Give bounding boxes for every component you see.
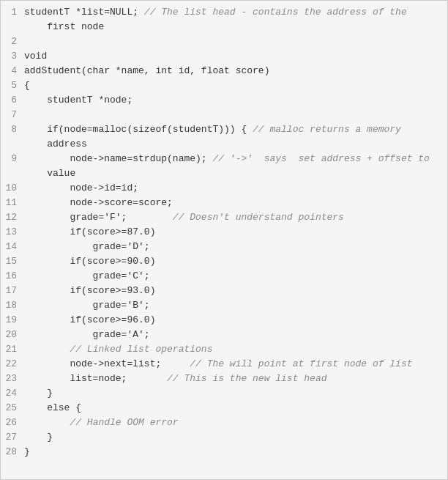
line-number: 4 — [4, 64, 24, 78]
code-line: 21 // Linked list operations — [1, 342, 447, 357]
line-content: // Linked list operations — [24, 342, 444, 357]
code-line: 24 } — [1, 386, 447, 401]
line-content: if(score>=93.0) — [24, 284, 444, 298]
code-line: 17 if(score>=93.0) — [1, 284, 447, 298]
code-line: 4addStudent(char *name, int id, float sc… — [1, 64, 447, 78]
code-line: 11 node->score=score; — [1, 196, 447, 210]
line-number: 7 — [4, 108, 24, 122]
line-content: if(score>=96.0) — [24, 313, 444, 328]
line-content: grade='A'; — [24, 328, 444, 342]
line-content: // Handle OOM error — [24, 416, 444, 430]
code-comment: // The list head - contains the address … — [144, 7, 407, 18]
code-comment: // This is the new list head — [167, 373, 326, 384]
line-content: else { — [24, 401, 444, 416]
line-number: 21 — [4, 342, 24, 357]
line-content: first node — [24, 20, 444, 34]
code-line: 10 node->id=id; — [1, 181, 447, 196]
code-line: 8 if(node=malloc(sizeof(studentT))) { //… — [1, 122, 447, 137]
code-line: value — [1, 166, 447, 181]
line-number: 28 — [4, 445, 24, 459]
code-text — [24, 344, 70, 355]
code-comment: // Handle OOM error — [70, 417, 178, 428]
line-number: 12 — [4, 210, 24, 225]
code-line: 14 grade='D'; — [1, 240, 447, 254]
line-number: 22 — [4, 357, 24, 372]
line-number: 3 — [4, 49, 24, 64]
line-number: 18 — [4, 298, 24, 313]
code-line: 28} — [1, 445, 447, 459]
line-content: grade='C'; — [24, 269, 444, 284]
code-line: 19 if(score>=96.0) — [1, 313, 447, 328]
line-number: 16 — [4, 269, 24, 284]
code-text: if(node=malloc(sizeof(studentT))) { — [24, 124, 253, 135]
code-line: first node — [1, 20, 447, 34]
line-number: 20 — [4, 328, 24, 342]
line-content: if(score>=90.0) — [24, 254, 444, 269]
code-line: address — [1, 137, 447, 152]
code-comment: // '->' says set address + offset to — [212, 153, 429, 164]
line-content: node->name=strdup(name); // '->' says se… — [24, 152, 444, 166]
line-number: 14 — [4, 240, 24, 254]
code-text: grade='F'; — [24, 212, 173, 223]
line-number: 1 — [4, 5, 24, 20]
line-content: node->score=score; — [24, 196, 444, 210]
line-content: } — [24, 445, 444, 459]
code-line: 27 } — [1, 430, 447, 445]
line-content: grade='B'; — [24, 298, 444, 313]
code-line: 12 grade='F'; // Doesn't understand poin… — [1, 210, 447, 225]
line-content: } — [24, 430, 444, 445]
code-text: list=node; — [24, 373, 167, 384]
line-number: 9 — [4, 152, 24, 166]
line-content: studentT *node; — [24, 93, 444, 108]
line-content: } — [24, 386, 444, 401]
line-content: studentT *list=NULL; // The list head - … — [24, 5, 444, 20]
code-line: 1studentT *list=NULL; // The list head -… — [1, 5, 447, 20]
code-line: 25 else { — [1, 401, 447, 416]
code-line: 6 studentT *node; — [1, 93, 447, 108]
line-content: addStudent(char *name, int id, float sco… — [24, 64, 444, 78]
line-content: grade='D'; — [24, 240, 444, 254]
code-text — [24, 417, 70, 428]
code-line: 23 list=node; // This is the new list he… — [1, 372, 447, 386]
code-line: 20 grade='A'; — [1, 328, 447, 342]
line-content: node->id=id; — [24, 181, 444, 196]
line-content: if(node=malloc(sizeof(studentT))) { // m… — [24, 122, 444, 137]
line-number: 2 — [4, 34, 24, 49]
code-comment: // malloc returns a memory — [253, 124, 401, 135]
line-number: 13 — [4, 225, 24, 240]
line-number: 5 — [4, 78, 24, 93]
line-content: { — [24, 78, 444, 93]
code-line: 2 — [1, 34, 447, 49]
code-line: 15 if(score>=90.0) — [1, 254, 447, 269]
line-number: 25 — [4, 401, 24, 416]
code-editor: 1studentT *list=NULL; // The list head -… — [0, 0, 448, 480]
code-text: node->next=list; — [24, 358, 190, 369]
line-number: 27 — [4, 430, 24, 445]
line-content: value — [24, 166, 444, 181]
code-text: node->name=strdup(name); — [24, 153, 212, 164]
line-content: grade='F'; // Doesn't understand pointer… — [24, 210, 444, 225]
line-content: void — [24, 49, 444, 64]
line-content: list=node; // This is the new list head — [24, 372, 444, 386]
code-line: 18 grade='B'; — [1, 298, 447, 313]
line-number: 8 — [4, 122, 24, 137]
line-content: address — [24, 137, 444, 152]
code-comment: // Doesn't understand pointers — [173, 212, 344, 223]
line-number: 26 — [4, 416, 24, 430]
line-number: 17 — [4, 284, 24, 298]
code-line: 22 node->next=list; // The will point at… — [1, 357, 447, 372]
line-content: if(score>=87.0) — [24, 225, 444, 240]
line-number: 15 — [4, 254, 24, 269]
code-line: 7 — [1, 108, 447, 122]
line-number: 6 — [4, 93, 24, 108]
code-line: 16 grade='C'; — [1, 269, 447, 284]
code-text: studentT *list=NULL; — [24, 7, 144, 18]
code-comment: // The will point at first node of list — [190, 358, 412, 369]
line-number: 19 — [4, 313, 24, 328]
code-line: 5{ — [1, 78, 447, 93]
code-line: 13 if(score>=87.0) — [1, 225, 447, 240]
line-number: 23 — [4, 372, 24, 386]
line-number: 24 — [4, 386, 24, 401]
code-line: 9 node->name=strdup(name); // '->' says … — [1, 152, 447, 166]
code-line: 26 // Handle OOM error — [1, 416, 447, 430]
